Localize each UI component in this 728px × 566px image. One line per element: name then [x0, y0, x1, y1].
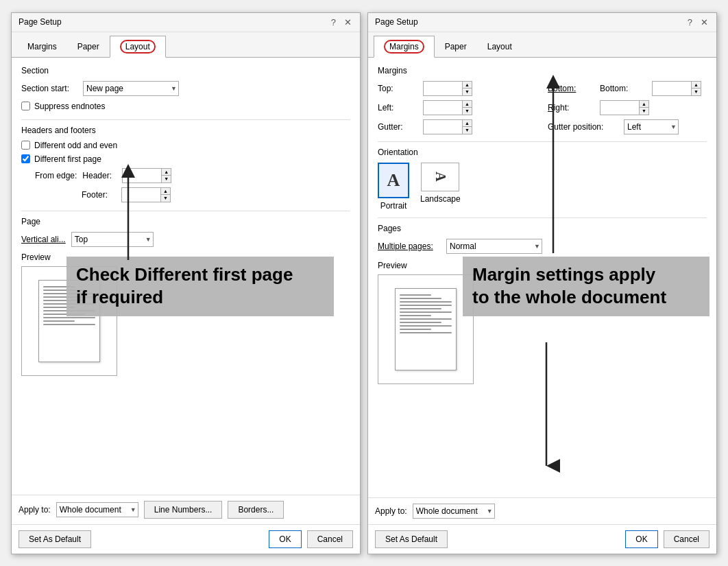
- different-odd-even-checkbox[interactable]: [21, 141, 30, 150]
- header-input[interactable]: 1.25 cm: [123, 169, 161, 182]
- r-preview-line-2: [400, 298, 441, 299]
- right-set-default-button[interactable]: Set As Default: [375, 530, 448, 548]
- line-numbers-button[interactable]: Line Numbers...: [144, 501, 223, 519]
- gutter-margin-input[interactable]: 0 cm: [424, 120, 462, 134]
- footer-input[interactable]: 1.25 cm: [122, 188, 160, 202]
- header-spin-up[interactable]: ▲: [162, 169, 171, 176]
- preview-line-12: [43, 324, 95, 325]
- right-margin-spin-up[interactable]: ▲: [640, 101, 648, 108]
- left-margin-row: Left: 2 cm ▲ ▼: [378, 100, 537, 115]
- pages-label: Pages: [378, 224, 707, 233]
- different-odd-even-row: Different odd and even: [21, 141, 350, 150]
- vertical-align-label: Vertical ali...: [21, 235, 66, 244]
- margins-section-title: Margins: [378, 66, 707, 75]
- bottom-margin-input[interactable]: 1 cm: [653, 82, 691, 95]
- portrait-option[interactable]: A Portrait: [378, 163, 409, 211]
- right-tab-layout[interactable]: Layout: [477, 36, 522, 58]
- right-dialog-titlebar: Page Setup ? ✕: [368, 13, 716, 32]
- vertical-align-select-wrapper: Top ▼: [71, 232, 154, 247]
- left-ok-button[interactable]: OK: [269, 530, 301, 548]
- right-close-button[interactable]: ✕: [699, 17, 709, 27]
- right-apply-to-select[interactable]: Whole document: [413, 504, 495, 519]
- headers-footers-title: Headers and footers: [21, 126, 350, 135]
- left-cancel-button[interactable]: Cancel: [307, 530, 353, 548]
- right-dialog-footer: Apply to: Whole document ▼: [368, 497, 716, 524]
- right-tabs: Margins Paper Layout: [368, 32, 716, 58]
- right-apply-to-row: Apply to: Whole document ▼: [375, 504, 709, 519]
- left-margin-label: Left:: [378, 103, 419, 113]
- layout-tab-highlight: Layout: [120, 40, 156, 54]
- from-edge-footer-row: Footer: 1.25 cm ▲ ▼: [35, 187, 350, 202]
- top-margin-input[interactable]: 2.7 cm: [424, 82, 462, 95]
- right-titlebar-controls: ? ✕: [686, 17, 709, 27]
- left-margin-input[interactable]: 2 cm: [424, 101, 462, 115]
- right-tab-paper[interactable]: Paper: [435, 36, 477, 58]
- portrait-label: Portrait: [380, 201, 407, 211]
- left-tab-paper[interactable]: Paper: [67, 36, 110, 58]
- page-section: Page Vertical ali... Top ▼: [21, 217, 350, 247]
- suppress-endnotes-label: Suppress endnotes: [34, 102, 105, 111]
- left-margin-spin-up[interactable]: ▲: [463, 101, 472, 108]
- r-preview-line-7: [400, 315, 431, 316]
- multiple-pages-select[interactable]: Normal: [446, 239, 542, 254]
- bottom-margin-spin-down[interactable]: ▼: [692, 89, 701, 95]
- top-margin-label: Top:: [378, 84, 419, 93]
- preview-line-11: [43, 320, 75, 322]
- section-start-select-wrapper: New page ▼: [83, 81, 179, 96]
- right-bottom-btns: Set As Default OK Cancel: [368, 524, 716, 554]
- multiple-pages-select-wrapper: Normal ▼: [446, 239, 542, 254]
- left-margin-spin-down[interactable]: ▼: [463, 108, 472, 115]
- left-set-default-button[interactable]: Set As Default: [19, 530, 91, 548]
- top-margin-spin-down[interactable]: ▼: [463, 89, 472, 95]
- gutter-margin-spinbox: 0 cm ▲ ▼: [423, 119, 472, 134]
- right-margin-spin-down[interactable]: ▼: [640, 108, 648, 115]
- right-dialog-title: Page Setup: [375, 17, 418, 27]
- left-bottom-btns: Set As Default OK Cancel: [12, 524, 360, 554]
- landscape-option[interactable]: A Landscape: [420, 163, 461, 211]
- right-ok-cancel: OK Cancel: [625, 530, 709, 548]
- right-margin-input[interactable]: 0.7 cm: [600, 101, 639, 115]
- right-ok-button[interactable]: OK: [625, 530, 657, 548]
- margins-grid: Top: 2.7 cm ▲ ▼ Bottom: Bottom:: [378, 81, 707, 134]
- orientation-options: A Portrait A Landscape: [378, 163, 707, 211]
- bottom-margin-spinbox-btns: ▲ ▼: [691, 82, 701, 95]
- portrait-icon: A: [378, 163, 409, 198]
- bottom-margin-spin-up[interactable]: ▲: [692, 82, 701, 89]
- right-margin-spinbox-btns: ▲ ▼: [639, 101, 648, 115]
- left-tab-layout[interactable]: Layout: [110, 36, 166, 58]
- different-first-page-label: Different first page: [34, 154, 101, 164]
- gutter-margin-row: Gutter: 0 cm ▲ ▼: [378, 119, 537, 134]
- right-help-button[interactable]: ?: [686, 17, 694, 27]
- gutter-margin-spin-down[interactable]: ▼: [463, 127, 472, 134]
- footer-spin-up[interactable]: ▲: [161, 188, 170, 196]
- left-help-button[interactable]: ?: [330, 17, 337, 27]
- footer-spin-down[interactable]: ▼: [161, 195, 170, 202]
- suppress-endnotes-checkbox[interactable]: [21, 102, 30, 110]
- gutter-margin-spin-up[interactable]: ▲: [463, 120, 472, 128]
- left-close-button[interactable]: ✕: [343, 17, 353, 27]
- section-start-label: Section start:: [21, 84, 83, 93]
- gutter-margin-spinbox-btns: ▲ ▼: [462, 120, 472, 134]
- bottom-margin-spinbox: 1 cm ▲ ▼: [652, 81, 701, 96]
- different-first-page-checkbox[interactable]: [21, 154, 30, 163]
- right-cancel-button[interactable]: Cancel: [664, 530, 709, 548]
- borders-button[interactable]: Borders...: [228, 501, 284, 519]
- vertical-align-select[interactable]: Top: [71, 232, 154, 247]
- right-preview-box: [378, 274, 474, 384]
- left-titlebar-controls: ? ✕: [330, 17, 353, 27]
- r-preview-line-11: [400, 329, 431, 330]
- left-apply-to-select[interactable]: Whole document: [56, 502, 138, 517]
- left-dialog-titlebar: Page Setup ? ✕: [12, 13, 360, 32]
- left-tab-margins[interactable]: Margins: [17, 36, 67, 58]
- section-start-select[interactable]: New page: [83, 81, 179, 96]
- landscape-label: Landscape: [420, 194, 461, 204]
- footer-spinbox-btns: ▲ ▼: [160, 188, 170, 202]
- orientation-label: Orientation: [378, 148, 707, 157]
- from-edge-label: From edge:: [35, 171, 77, 180]
- header-spinbox: 1.25 cm ▲ ▼: [122, 168, 171, 183]
- header-spin-down[interactable]: ▼: [162, 176, 171, 182]
- top-margin-spin-up[interactable]: ▲: [463, 82, 472, 89]
- right-tab-margins[interactable]: Margins: [374, 36, 435, 58]
- gutter-position-select[interactable]: Left: [624, 119, 679, 134]
- header-label: Header:: [82, 171, 117, 180]
